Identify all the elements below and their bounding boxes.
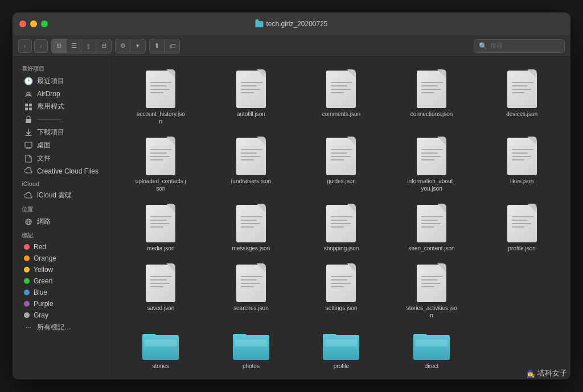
file-item-settings[interactable]: settings.json [323, 260, 359, 323]
file-name: comments.json [322, 110, 360, 118]
view-mode-group: ⊞ ☰ ⫿ ⊟ [51, 39, 112, 53]
json-icon [145, 204, 176, 242]
file-item-searches[interactable]: searches.json [231, 260, 271, 323]
minimize-button[interactable] [30, 20, 37, 27]
file-item-saved[interactable]: saved.json [142, 260, 179, 323]
apps-label: 應用程式 [37, 102, 64, 112]
share-button[interactable]: ⬆ [150, 39, 165, 53]
file-item-media[interactable]: media.json [142, 200, 179, 255]
file-item-shopping[interactable]: shopping.json [322, 200, 362, 255]
file-item-devices[interactable]: devices.json [504, 66, 540, 129]
file-item-autofill[interactable]: autofill.json [233, 66, 269, 129]
icon-view-button[interactable]: ⊞ [52, 39, 67, 53]
sidebar-item-network[interactable]: 網路 [15, 215, 109, 228]
sidebar-item-tag-purple[interactable]: Purple [15, 298, 109, 310]
network-icon [24, 217, 33, 226]
file-item-guides[interactable]: guides.json [323, 133, 359, 196]
gray-tag-dot [24, 312, 30, 318]
icloud-icon [24, 191, 33, 200]
network-label: 網路 [37, 217, 51, 226]
sort-arrow[interactable]: ▾ [130, 39, 145, 53]
search-icon: 🔍 [479, 42, 487, 50]
finder-window: tech.girlz_20200725 ‹ › ⊞ ☰ ⫿ ⊟ ⚙ ▾ ⬆ 🏷 … [13, 13, 570, 379]
file-name: uploaded_contacts.json [135, 178, 186, 192]
file-name: information_about_you.json [406, 178, 457, 192]
column-view-button[interactable]: ⫿ [81, 39, 96, 53]
sidebar-item-tag-gray[interactable]: Gray [15, 310, 109, 321]
file-item-messages[interactable]: messages.json [230, 200, 273, 255]
sidebar-item-unknown[interactable]: ────── [15, 113, 109, 126]
sidebar-item-creative-cloud[interactable]: Creative Cloud Files [15, 165, 109, 178]
file-item-fundraisers[interactable]: fundraisers.json [229, 133, 274, 196]
favorites-label: 喜好項目 [13, 61, 112, 75]
json-icon [416, 263, 447, 302]
tag-button[interactable]: 🏷 [165, 39, 179, 53]
file-name: messages.json [232, 245, 270, 252]
toolbar: ‹ › ⊞ ☰ ⫿ ⊟ ⚙ ▾ ⬆ 🏷 🔍 搜尋 [13, 35, 570, 57]
creative-cloud-icon [24, 167, 33, 176]
back-button[interactable]: ‹ [18, 39, 32, 53]
json-icon [235, 263, 267, 302]
traffic-lights [19, 20, 48, 27]
close-button[interactable] [19, 20, 26, 27]
file-item-account-history[interactable]: account_history.json [133, 66, 188, 129]
yellow-tag-label: Yellow [34, 266, 53, 274]
downloads-label: 下載項目 [37, 127, 64, 137]
file-name: likes.json [510, 178, 533, 185]
desktop-label: 桌面 [37, 141, 51, 150]
sidebar-item-icloud[interactable]: iCloud 雲碟 [15, 189, 109, 202]
file-item-information-about-you[interactable]: information_about_you.json [404, 133, 459, 196]
folder-icon [413, 331, 450, 360]
purple-tag-dot [24, 301, 30, 307]
json-icon [325, 204, 357, 242]
file-name: saved.json [147, 304, 174, 312]
gallery-view-button[interactable]: ⊟ [96, 39, 111, 53]
title-folder-icon [255, 21, 263, 27]
svg-rect-6 [25, 142, 32, 147]
unknown-label: ────── [37, 117, 61, 123]
folder-icon [323, 331, 359, 360]
sidebar-item-all-tags[interactable]: ⋯ 所有標記… [15, 321, 109, 334]
file-item-stories-activities[interactable]: stories_activities.json [404, 260, 459, 323]
search-box[interactable]: 🔍 搜尋 [474, 39, 565, 53]
file-name: settings.json [326, 304, 358, 312]
maximize-button[interactable] [41, 20, 48, 27]
folder-item-stories[interactable]: stories [140, 327, 181, 373]
file-name: devices.json [506, 110, 537, 118]
file-item-comments[interactable]: comments.json [320, 66, 363, 129]
creative-cloud-label: Creative Cloud Files [37, 167, 98, 175]
json-icon [145, 69, 176, 108]
svg-rect-5 [26, 119, 31, 123]
file-name: connections.json [410, 110, 453, 118]
forward-button[interactable]: › [34, 39, 48, 53]
sidebar-item-airdrop[interactable]: AirDrop [15, 88, 109, 100]
sidebar-item-tag-green[interactable]: Green [15, 275, 109, 287]
list-view-button[interactable]: ☰ [67, 39, 81, 53]
file-name: guides.json [327, 178, 356, 185]
folder-item-photos[interactable]: photos [231, 327, 272, 373]
file-item-connections[interactable]: connections.json [408, 66, 455, 129]
all-tags-label: 所有標記… [37, 323, 71, 332]
file-area: account_history.json autofill.json [112, 57, 570, 379]
sidebar-item-tag-orange[interactable]: Orange [15, 253, 109, 264]
sidebar-item-recents[interactable]: 🕐 最近項目 [15, 75, 109, 88]
folder-item-profile[interactable]: profile [321, 327, 362, 373]
sidebar-item-desktop[interactable]: 桌面 [15, 139, 109, 152]
sort-button[interactable]: ⚙ [116, 39, 130, 53]
file-item-profile[interactable]: profile.json [504, 200, 540, 255]
sidebar-item-tag-red[interactable]: Red [15, 241, 109, 253]
sidebar-item-documents[interactable]: 文件 [15, 152, 109, 165]
file-item-likes[interactable]: likes.json [504, 133, 540, 196]
folder-item-direct[interactable]: direct [411, 327, 452, 373]
json-icon [416, 69, 447, 108]
sidebar-item-apps[interactable]: 應用程式 [15, 100, 109, 113]
folder-name: photos [243, 362, 260, 370]
file-item-seen-content[interactable]: seen_content.json [407, 200, 457, 255]
sidebar-item-tag-blue[interactable]: Blue [15, 287, 109, 298]
sidebar-item-tag-yellow[interactable]: Yellow [15, 264, 109, 275]
orange-tag-label: Orange [34, 254, 56, 262]
documents-label: 文件 [37, 154, 51, 163]
green-tag-label: Green [34, 277, 52, 285]
sidebar-item-downloads[interactable]: 下載項目 [15, 126, 109, 139]
file-item-uploaded-contacts[interactable]: uploaded_contacts.json [133, 133, 188, 196]
